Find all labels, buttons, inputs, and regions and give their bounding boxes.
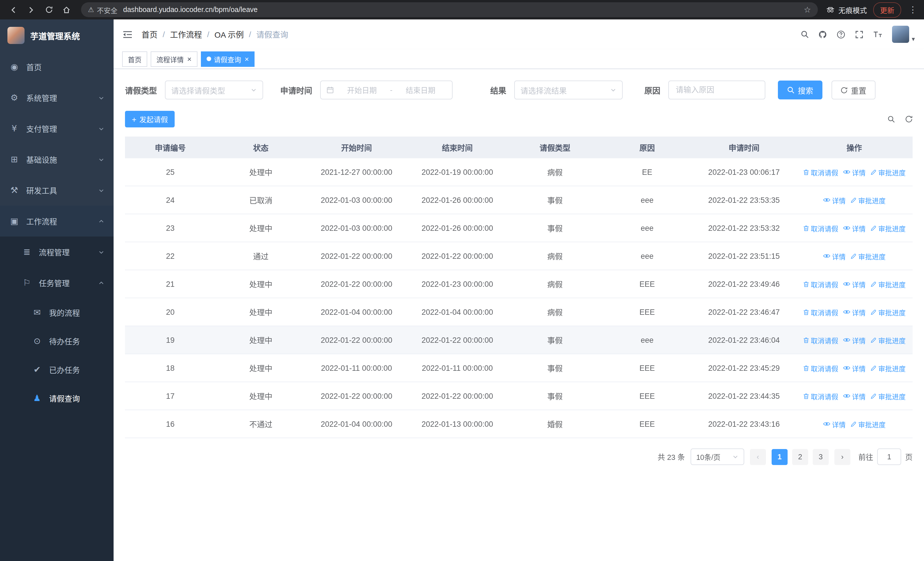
cell-start-time: 2022-01-22 00:00:00: [306, 252, 407, 260]
cancel-leave-link[interactable]: 取消请假: [803, 279, 838, 289]
detail-link[interactable]: 详情: [823, 251, 846, 261]
leave-type-label: 请假类型: [125, 84, 157, 96]
cancel-leave-link[interactable]: 取消请假: [803, 363, 838, 373]
help-icon[interactable]: [837, 30, 846, 39]
breadcrumb-item[interactable]: 首页: [141, 29, 158, 40]
audit-progress-link[interactable]: 审批进度: [870, 363, 906, 373]
cancel-leave-link[interactable]: 取消请假: [803, 391, 838, 401]
cancel-leave-link[interactable]: 取消请假: [803, 335, 838, 345]
sidebar-item[interactable]: ≣ 流程管理: [0, 236, 114, 267]
tab-close-icon[interactable]: ×: [187, 55, 192, 63]
sidebar-item[interactable]: ⚙ 系统管理: [0, 82, 114, 113]
detail-link[interactable]: 详情: [843, 335, 866, 345]
detail-link[interactable]: 详情: [843, 279, 866, 289]
bookmark-star-icon[interactable]: ☆: [804, 5, 811, 14]
table-row: 25 处理中 2021-12-27 00:00:00 2022-01-19 00…: [125, 158, 913, 186]
detail-link[interactable]: 详情: [823, 195, 846, 205]
github-icon[interactable]: [819, 30, 827, 39]
browser-refresh-icon[interactable]: [41, 2, 57, 17]
font-size-icon[interactable]: [873, 30, 883, 38]
top-navbar: 首页 / 工作流程 / OA 示例 /: [114, 20, 924, 49]
detail-link[interactable]: 详情: [843, 167, 866, 177]
page-number-button[interactable]: 1: [772, 449, 788, 465]
cell-actions: 取消请假 详情 审批进度: [796, 223, 912, 233]
detail-link[interactable]: 详情: [843, 391, 866, 401]
app-logo[interactable]: 芋道管理系统: [0, 20, 114, 51]
cell-apply-id: 24: [125, 196, 216, 204]
sidebar-item[interactable]: ✉ 我的流程: [0, 298, 114, 327]
url-text[interactable]: dashboard.yudao.iocoder.cn/bpm/oa/leave: [123, 6, 804, 14]
breadcrumb-item[interactable]: 工作流程: [170, 29, 202, 40]
fullscreen-icon[interactable]: [855, 30, 864, 39]
detail-link[interactable]: 详情: [843, 363, 866, 373]
cancel-leave-link[interactable]: 取消请假: [803, 307, 838, 317]
tab[interactable]: 流程详情 ×: [151, 51, 197, 66]
sidebar-item[interactable]: ⚒ 研发工具: [0, 175, 114, 206]
search-icon[interactable]: [801, 30, 809, 38]
breadcrumb-item[interactable]: OA 示例: [214, 29, 244, 40]
detail-link[interactable]: 详情: [823, 419, 846, 429]
edit-pen-icon: [870, 365, 877, 371]
sidebar-item[interactable]: ◉ 首页: [0, 51, 114, 82]
tab-close-icon[interactable]: ×: [244, 55, 249, 63]
sidebar-item[interactable]: ⊞ 基础设施: [0, 144, 114, 175]
sidebar-item[interactable]: ♟ 请假查询: [0, 384, 114, 412]
breadcrumb-item[interactable]: 请假查询: [256, 29, 288, 40]
trash-icon: [803, 169, 809, 175]
audit-progress-link[interactable]: 审批进度: [870, 167, 906, 177]
page-number-button[interactable]: 2: [792, 449, 808, 465]
tab[interactable]: 请假查询 ×: [201, 51, 255, 66]
audit-progress-link[interactable]: 审批进度: [870, 279, 906, 289]
sidebar-item[interactable]: ✔ 已办任务: [0, 355, 114, 384]
user-menu[interactable]: ▾: [892, 26, 915, 43]
audit-progress-link[interactable]: 审批进度: [870, 335, 906, 345]
prev-page-button[interactable]: ‹: [750, 449, 766, 465]
workflow-icon: ▣: [9, 216, 20, 226]
cell-start-time: 2022-01-11 00:00:00: [306, 364, 407, 372]
page-number-button[interactable]: 3: [813, 449, 829, 465]
security-warning[interactable]: ⚠ 不安全: [88, 5, 118, 15]
audit-progress-link[interactable]: 审批进度: [870, 307, 906, 317]
refresh-table-icon[interactable]: [905, 116, 913, 123]
tab[interactable]: 首页: [122, 51, 147, 66]
audit-progress-link[interactable]: 审批进度: [870, 223, 906, 233]
audit-progress-link[interactable]: 审批进度: [870, 391, 906, 401]
toggle-search-icon[interactable]: [888, 116, 895, 123]
sidebar-item[interactable]: ⚐ 任务管理: [0, 267, 114, 298]
result-select[interactable]: 请选择流结果: [514, 81, 622, 99]
browser-forward-icon[interactable]: [23, 2, 39, 17]
browser-update-button[interactable]: 更新: [873, 2, 901, 17]
column-header: 申请时间: [692, 142, 796, 153]
sidebar-item[interactable]: ¥ 支付管理: [0, 113, 114, 144]
address-bar[interactable]: ⚠ 不安全 dashboard.yudao.iocoder.cn/bpm/oa/…: [81, 2, 818, 17]
search-button[interactable]: 搜索: [778, 81, 822, 99]
audit-progress-link[interactable]: 审批进度: [850, 195, 886, 205]
refresh-icon: [841, 87, 848, 93]
detail-link[interactable]: 详情: [843, 223, 866, 233]
sidebar-item[interactable]: ▣ 工作流程: [0, 206, 114, 236]
reset-button[interactable]: 重置: [831, 81, 876, 99]
create-leave-button[interactable]: + 发起请假: [125, 111, 175, 127]
next-page-button[interactable]: ›: [834, 449, 850, 465]
page-size-select[interactable]: 10条/页: [691, 448, 744, 465]
goto-page-input[interactable]: [877, 448, 901, 465]
browser-menu-icon[interactable]: ⋮: [908, 5, 918, 15]
cell-actions: 取消请假 详情 审批进度: [796, 279, 912, 289]
content: 请假类型 请选择请假类型 申请时间 开始日期 - 结: [114, 69, 924, 561]
reason-input[interactable]: [668, 81, 765, 99]
detail-link[interactable]: 详情: [843, 307, 866, 317]
cancel-leave-link[interactable]: 取消请假: [803, 167, 838, 177]
sidebar-item[interactable]: ⊙ 待办任务: [0, 327, 114, 355]
plus-icon: +: [132, 115, 136, 123]
browser-home-icon[interactable]: [59, 2, 74, 17]
pagination: 共 23 条 10条/页 ‹ 1 2: [125, 448, 913, 465]
column-header: 申请编号: [125, 142, 216, 153]
audit-progress-link[interactable]: 审批进度: [850, 251, 886, 261]
leave-type-select[interactable]: 请选择请假类型: [165, 81, 263, 99]
cancel-leave-link[interactable]: 取消请假: [803, 223, 838, 233]
audit-progress-link[interactable]: 审批进度: [850, 419, 886, 429]
browser-back-icon[interactable]: [6, 2, 21, 17]
apply-time-range-picker[interactable]: 开始日期 - 结束日期: [320, 81, 453, 99]
cell-apply-time: 2022-01-22 23:53:35: [692, 196, 796, 204]
collapse-sidebar-icon[interactable]: [123, 30, 132, 39]
